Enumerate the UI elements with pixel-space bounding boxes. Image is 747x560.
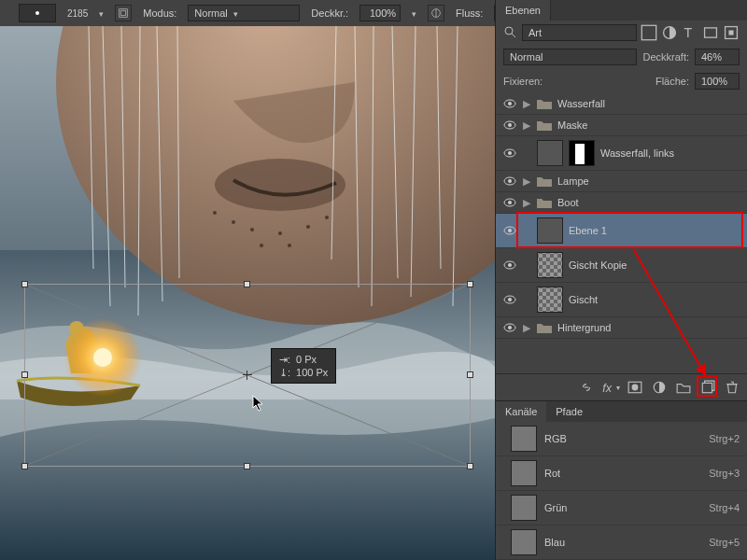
- mode-label: Modus:: [143, 7, 176, 19]
- layer-name[interactable]: Ebene 1: [569, 225, 607, 236]
- free-transform-bounding-box[interactable]: [24, 284, 471, 467]
- tab-layers[interactable]: Ebenen: [496, 0, 551, 21]
- layer-opacity-input[interactable]: 46%: [695, 49, 740, 65]
- disclosure-icon[interactable]: ▶: [522, 322, 531, 334]
- channel-thumbnail[interactable]: [511, 426, 537, 452]
- layer-name[interactable]: Hintergrund: [557, 322, 611, 333]
- channel-thumbnail[interactable]: [511, 460, 537, 486]
- svg-text:T: T: [684, 25, 693, 40]
- lock-label: Fixieren:: [503, 76, 543, 87]
- layer-name[interactable]: Maske: [557, 119, 587, 131]
- layer-name[interactable]: Wasserfall, links: [600, 147, 674, 159]
- layer-name[interactable]: Lampe: [557, 175, 589, 187]
- channel-thumbnail[interactable]: [511, 529, 537, 555]
- pressure-opacity-icon[interactable]: [428, 5, 444, 21]
- layer-thumbnail[interactable]: [537, 252, 563, 278]
- filter-pixel-icon[interactable]: [641, 24, 657, 41]
- brush-size-value[interactable]: 2185: [67, 8, 88, 19]
- layer-thumbnail[interactable]: [537, 140, 563, 166]
- transform-handle[interactable]: [467, 281, 473, 287]
- delete-layer-icon[interactable]: [725, 380, 740, 395]
- layer-row[interactable]: Wasserfall, links: [496, 136, 747, 171]
- visibility-icon[interactable]: [503, 147, 516, 160]
- disclosure-icon[interactable]: ▶: [522, 197, 531, 209]
- new-group-icon[interactable]: [676, 380, 691, 395]
- svg-rect-41: [548, 85, 554, 91]
- add-mask-icon[interactable]: [627, 380, 642, 395]
- layer-row[interactable]: Gischt Kopie: [496, 248, 747, 283]
- filter-shape-icon[interactable]: [702, 24, 719, 41]
- visibility-icon[interactable]: [503, 97, 516, 110]
- channel-row[interactable]: Rot Strg+3: [496, 456, 747, 491]
- svg-point-60: [508, 298, 512, 301]
- filter-smart-icon[interactable]: [723, 24, 740, 41]
- filter-kind-select[interactable]: Art: [522, 24, 637, 41]
- transform-handle[interactable]: [21, 281, 28, 287]
- visibility-icon[interactable]: [503, 196, 516, 209]
- layer-row[interactable]: ▶Hintergrund: [496, 317, 747, 339]
- layer-thumbnail[interactable]: [537, 217, 563, 244]
- chevron-down-icon[interactable]: [412, 7, 416, 19]
- channel-name: RGB: [544, 433, 567, 444]
- transform-handle[interactable]: [467, 463, 473, 469]
- tab-paths[interactable]: Pfade: [546, 401, 592, 422]
- new-adjustment-icon[interactable]: [652, 380, 667, 395]
- brush-panel-icon[interactable]: [115, 5, 132, 21]
- disclosure-icon[interactable]: ▶: [522, 119, 531, 132]
- transform-handle[interactable]: [21, 371, 28, 378]
- cursor-icon: [252, 395, 265, 412]
- folder-icon: [537, 321, 552, 334]
- layer-name[interactable]: Boot: [557, 197, 579, 208]
- svg-point-6: [213, 211, 217, 215]
- layer-row[interactable]: Ebene 1: [496, 214, 747, 248]
- mask-thumbnail[interactable]: [569, 140, 595, 166]
- visibility-icon[interactable]: [503, 293, 516, 306]
- layer-row[interactable]: Gischt: [496, 283, 747, 317]
- visibility-icon[interactable]: [503, 119, 516, 132]
- layer-blend-select[interactable]: Normal: [503, 49, 637, 65]
- opacity-input[interactable]: [359, 5, 401, 21]
- svg-point-50: [508, 151, 512, 155]
- layer-thumbnail[interactable]: [537, 287, 563, 313]
- document-canvas[interactable]: ⇥:0 Px ⤓:100 Px: [0, 26, 495, 560]
- layer-row[interactable]: ▶Maske: [496, 115, 747, 136]
- channel-thumbnail[interactable]: [511, 495, 537, 521]
- layer-opacity-label: Deckkraft:: [642, 51, 689, 63]
- disclosure-icon[interactable]: ▶: [522, 98, 531, 110]
- filter-adjust-icon[interactable]: [661, 24, 678, 41]
- layer-style-icon[interactable]: fx▾: [603, 380, 618, 395]
- tab-channels[interactable]: Kanäle: [496, 401, 546, 422]
- layer-row[interactable]: ▶Wasserfall: [496, 93, 747, 115]
- layer-row[interactable]: ▶Lampe: [496, 171, 747, 192]
- layer-name[interactable]: Wasserfall: [557, 98, 605, 109]
- svg-point-10: [306, 225, 310, 229]
- layer-name[interactable]: Gischt: [569, 294, 598, 305]
- disclosure-icon[interactable]: ▶: [522, 175, 531, 188]
- folder-icon: [537, 97, 552, 110]
- transform-handle[interactable]: [467, 371, 473, 378]
- chevron-down-icon[interactable]: [99, 7, 104, 19]
- channel-shortcut: Strg+5: [709, 537, 740, 548]
- filter-type-icon[interactable]: T: [682, 24, 698, 41]
- brush-preview[interactable]: [19, 4, 56, 22]
- channel-row[interactable]: Grün Strg+4: [496, 491, 747, 525]
- visibility-icon[interactable]: [503, 175, 516, 188]
- new-layer-icon[interactable]: [700, 380, 715, 395]
- channel-row[interactable]: RGB Strg+2: [496, 422, 747, 456]
- transform-handle[interactable]: [244, 281, 250, 287]
- fill-input[interactable]: 100%: [695, 73, 740, 90]
- channel-shortcut: Strg+3: [709, 468, 740, 479]
- visibility-icon[interactable]: [503, 259, 516, 272]
- channel-name: Grün: [544, 502, 567, 513]
- transform-handle[interactable]: [244, 463, 250, 469]
- channel-row[interactable]: Blau Strg+5: [496, 525, 747, 560]
- transform-center-icon[interactable]: [243, 371, 252, 380]
- layer-row[interactable]: ▶Boot: [496, 192, 747, 214]
- visibility-icon[interactable]: [503, 321, 516, 334]
- svg-line-33: [512, 34, 515, 37]
- link-layers-icon[interactable]: [579, 380, 594, 395]
- visibility-icon[interactable]: [503, 224, 516, 237]
- transform-handle[interactable]: [21, 463, 28, 469]
- blend-mode-select[interactable]: Normal: [188, 5, 300, 21]
- layer-name[interactable]: Gischt Kopie: [569, 259, 627, 271]
